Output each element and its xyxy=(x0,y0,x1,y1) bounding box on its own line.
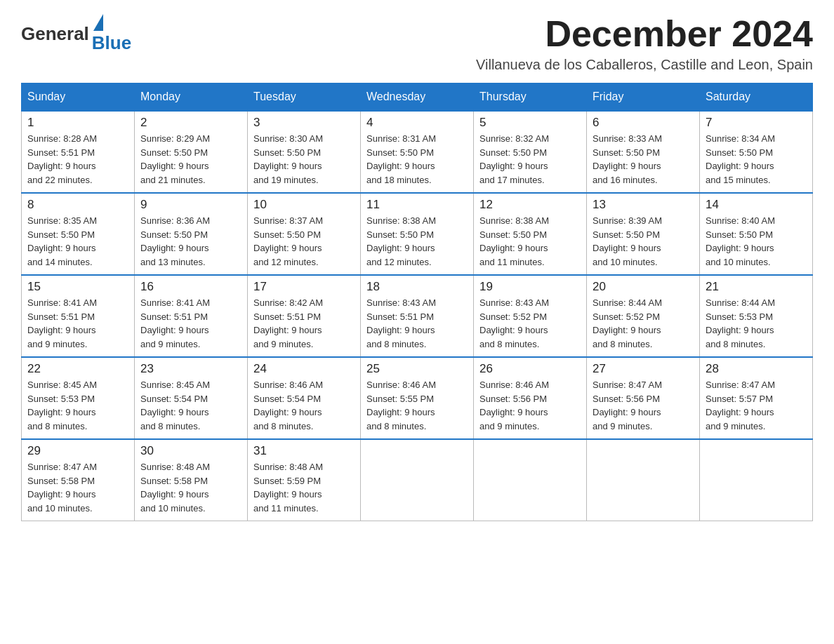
day-info: Sunrise: 8:48 AM Sunset: 5:58 PM Dayligh… xyxy=(140,460,241,515)
day-info: Sunrise: 8:31 AM Sunset: 5:50 PM Dayligh… xyxy=(366,132,468,187)
calendar-cell: 20Sunrise: 8:44 AM Sunset: 5:52 PM Dayli… xyxy=(587,275,700,357)
day-number: 18 xyxy=(366,280,468,294)
day-info: Sunrise: 8:29 AM Sunset: 5:50 PM Dayligh… xyxy=(140,132,241,187)
title-area: December 2024 Villanueva de los Caballer… xyxy=(476,14,813,73)
day-info: Sunrise: 8:46 AM Sunset: 5:54 PM Dayligh… xyxy=(253,378,355,433)
calendar-cell: 28Sunrise: 8:47 AM Sunset: 5:57 PM Dayli… xyxy=(700,357,813,439)
calendar-cell: 11Sunrise: 8:38 AM Sunset: 5:50 PM Dayli… xyxy=(361,193,474,275)
weekday-header-sunday: Sunday xyxy=(22,83,135,112)
day-info: Sunrise: 8:46 AM Sunset: 5:56 PM Dayligh… xyxy=(479,378,581,433)
day-info: Sunrise: 8:37 AM Sunset: 5:50 PM Dayligh… xyxy=(253,214,355,269)
day-info: Sunrise: 8:46 AM Sunset: 5:55 PM Dayligh… xyxy=(366,378,468,433)
week-row-2: 8Sunrise: 8:35 AM Sunset: 5:50 PM Daylig… xyxy=(22,193,813,275)
logo: General Blue xyxy=(21,14,131,54)
calendar-cell: 8Sunrise: 8:35 AM Sunset: 5:50 PM Daylig… xyxy=(22,193,135,275)
day-info: Sunrise: 8:38 AM Sunset: 5:50 PM Dayligh… xyxy=(366,214,468,269)
day-number: 22 xyxy=(27,362,128,376)
day-number: 16 xyxy=(140,280,241,294)
calendar-cell: 30Sunrise: 8:48 AM Sunset: 5:58 PM Dayli… xyxy=(135,439,248,521)
calendar-cell: 26Sunrise: 8:46 AM Sunset: 5:56 PM Dayli… xyxy=(474,357,587,439)
week-row-3: 15Sunrise: 8:41 AM Sunset: 5:51 PM Dayli… xyxy=(22,275,813,357)
weekday-header-friday: Friday xyxy=(587,83,700,112)
day-info: Sunrise: 8:30 AM Sunset: 5:50 PM Dayligh… xyxy=(253,132,355,187)
day-info: Sunrise: 8:43 AM Sunset: 5:51 PM Dayligh… xyxy=(366,296,468,351)
location-subtitle: Villanueva de los Caballeros, Castille a… xyxy=(476,57,813,73)
weekday-header-saturday: Saturday xyxy=(700,83,813,112)
day-number: 26 xyxy=(479,362,581,376)
day-number: 12 xyxy=(479,198,581,212)
day-number: 11 xyxy=(366,198,468,212)
calendar-cell: 19Sunrise: 8:43 AM Sunset: 5:52 PM Dayli… xyxy=(474,275,587,357)
day-number: 2 xyxy=(140,116,241,130)
calendar-cell: 1Sunrise: 8:28 AM Sunset: 5:51 PM Daylig… xyxy=(22,111,135,193)
day-info: Sunrise: 8:34 AM Sunset: 5:50 PM Dayligh… xyxy=(706,132,807,187)
logo-blue-text: Blue xyxy=(92,32,131,54)
day-info: Sunrise: 8:38 AM Sunset: 5:50 PM Dayligh… xyxy=(479,214,581,269)
day-number: 14 xyxy=(706,198,807,212)
day-number: 1 xyxy=(27,116,128,130)
day-number: 21 xyxy=(706,280,807,294)
weekday-header-wednesday: Wednesday xyxy=(361,83,474,112)
calendar-cell: 17Sunrise: 8:42 AM Sunset: 5:51 PM Dayli… xyxy=(248,275,361,357)
week-row-4: 22Sunrise: 8:45 AM Sunset: 5:53 PM Dayli… xyxy=(22,357,813,439)
calendar-cell: 3Sunrise: 8:30 AM Sunset: 5:50 PM Daylig… xyxy=(248,111,361,193)
day-number: 13 xyxy=(593,198,694,212)
day-info: Sunrise: 8:41 AM Sunset: 5:51 PM Dayligh… xyxy=(27,296,128,351)
day-info: Sunrise: 8:32 AM Sunset: 5:50 PM Dayligh… xyxy=(479,132,581,187)
day-number: 17 xyxy=(253,280,355,294)
day-info: Sunrise: 8:47 AM Sunset: 5:58 PM Dayligh… xyxy=(27,460,128,515)
day-number: 8 xyxy=(27,198,128,212)
day-info: Sunrise: 8:43 AM Sunset: 5:52 PM Dayligh… xyxy=(479,296,581,351)
calendar-cell: 25Sunrise: 8:46 AM Sunset: 5:55 PM Dayli… xyxy=(361,357,474,439)
calendar-cell: 5Sunrise: 8:32 AM Sunset: 5:50 PM Daylig… xyxy=(474,111,587,193)
day-number: 23 xyxy=(140,362,241,376)
calendar-table: SundayMondayTuesdayWednesdayThursdayFrid… xyxy=(21,83,813,521)
calendar-cell: 2Sunrise: 8:29 AM Sunset: 5:50 PM Daylig… xyxy=(135,111,248,193)
logo-general-text: General xyxy=(21,23,89,45)
calendar-cell: 23Sunrise: 8:45 AM Sunset: 5:54 PM Dayli… xyxy=(135,357,248,439)
weekday-header-tuesday: Tuesday xyxy=(248,83,361,112)
calendar-cell: 29Sunrise: 8:47 AM Sunset: 5:58 PM Dayli… xyxy=(22,439,135,521)
weekday-header-monday: Monday xyxy=(135,83,248,112)
day-info: Sunrise: 8:33 AM Sunset: 5:50 PM Dayligh… xyxy=(593,132,694,187)
day-number: 29 xyxy=(27,444,128,458)
day-info: Sunrise: 8:41 AM Sunset: 5:51 PM Dayligh… xyxy=(140,296,241,351)
day-number: 20 xyxy=(593,280,694,294)
calendar-cell: 14Sunrise: 8:40 AM Sunset: 5:50 PM Dayli… xyxy=(700,193,813,275)
week-row-5: 29Sunrise: 8:47 AM Sunset: 5:58 PM Dayli… xyxy=(22,439,813,521)
day-info: Sunrise: 8:44 AM Sunset: 5:53 PM Dayligh… xyxy=(706,296,807,351)
calendar-cell: 31Sunrise: 8:48 AM Sunset: 5:59 PM Dayli… xyxy=(248,439,361,521)
day-number: 28 xyxy=(706,362,807,376)
calendar-cell: 27Sunrise: 8:47 AM Sunset: 5:56 PM Dayli… xyxy=(587,357,700,439)
calendar-cell xyxy=(474,439,587,521)
day-number: 4 xyxy=(366,116,468,130)
day-number: 7 xyxy=(706,116,807,130)
day-info: Sunrise: 8:28 AM Sunset: 5:51 PM Dayligh… xyxy=(27,132,128,187)
day-info: Sunrise: 8:36 AM Sunset: 5:50 PM Dayligh… xyxy=(140,214,241,269)
week-row-1: 1Sunrise: 8:28 AM Sunset: 5:51 PM Daylig… xyxy=(22,111,813,193)
day-number: 31 xyxy=(253,444,355,458)
page-header: General Blue December 2024 Villanueva de… xyxy=(21,14,813,73)
day-info: Sunrise: 8:48 AM Sunset: 5:59 PM Dayligh… xyxy=(253,460,355,515)
calendar-cell: 6Sunrise: 8:33 AM Sunset: 5:50 PM Daylig… xyxy=(587,111,700,193)
month-title: December 2024 xyxy=(476,14,813,54)
day-info: Sunrise: 8:40 AM Sunset: 5:50 PM Dayligh… xyxy=(706,214,807,269)
calendar-cell: 10Sunrise: 8:37 AM Sunset: 5:50 PM Dayli… xyxy=(248,193,361,275)
day-info: Sunrise: 8:47 AM Sunset: 5:57 PM Dayligh… xyxy=(706,378,807,433)
calendar-cell: 7Sunrise: 8:34 AM Sunset: 5:50 PM Daylig… xyxy=(700,111,813,193)
day-number: 6 xyxy=(593,116,694,130)
weekday-header-thursday: Thursday xyxy=(474,83,587,112)
calendar-cell: 9Sunrise: 8:36 AM Sunset: 5:50 PM Daylig… xyxy=(135,193,248,275)
day-number: 19 xyxy=(479,280,581,294)
day-info: Sunrise: 8:44 AM Sunset: 5:52 PM Dayligh… xyxy=(593,296,694,351)
day-number: 24 xyxy=(253,362,355,376)
calendar-cell: 18Sunrise: 8:43 AM Sunset: 5:51 PM Dayli… xyxy=(361,275,474,357)
day-number: 9 xyxy=(140,198,241,212)
day-info: Sunrise: 8:47 AM Sunset: 5:56 PM Dayligh… xyxy=(593,378,694,433)
calendar-cell xyxy=(361,439,474,521)
day-number: 25 xyxy=(366,362,468,376)
day-info: Sunrise: 8:42 AM Sunset: 5:51 PM Dayligh… xyxy=(253,296,355,351)
calendar-cell: 15Sunrise: 8:41 AM Sunset: 5:51 PM Dayli… xyxy=(22,275,135,357)
calendar-cell: 12Sunrise: 8:38 AM Sunset: 5:50 PM Dayli… xyxy=(474,193,587,275)
day-number: 30 xyxy=(140,444,241,458)
